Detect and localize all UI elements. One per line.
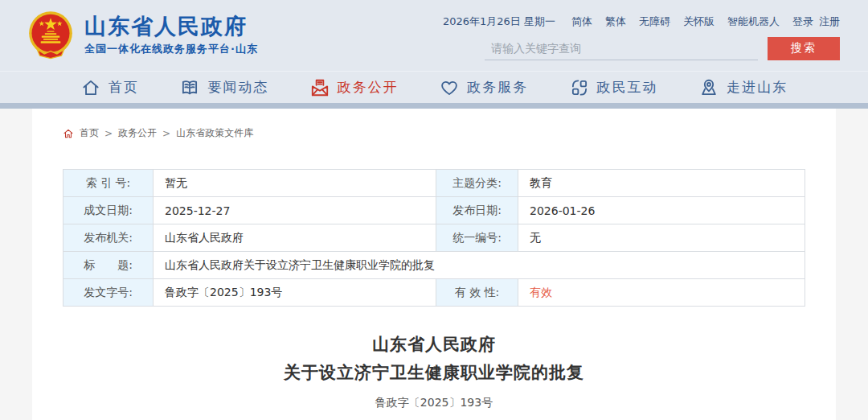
nav-item-label: 首页 [108,78,139,97]
meta-value-topic-category: 教育 [518,170,805,197]
home-icon [80,77,101,98]
nav-item-public-interaction[interactable]: 政民互动 [569,77,658,98]
breadcrumb-item-disclosure[interactable]: 政务公开 [118,126,157,140]
content-card: 首页 > 政务公开 > 山东省政策文件库 索 引 号: 暂无 主题分类: 教育 … [32,109,836,420]
meta-label-index-number: 索 引 号: [63,170,154,197]
table-row: 标 题: 山东省人民政府关于设立济宁卫生健康职业学院的批复 [63,252,805,279]
search-bar: 搜索 [485,37,840,60]
meta-label-written-date: 成文日期: [63,197,154,224]
link-care-version[interactable]: 关怀版 [683,14,714,29]
main-nav: 首页 要闻动态 政务公开 政务服务 [0,71,868,103]
nav-item-news[interactable]: 要闻动态 [179,77,268,98]
document-title-line2: 关于设立济宁卫生健康职业学院的批复 [63,359,805,387]
nav-item-label: 政务公开 [338,78,399,97]
table-row: 成文日期: 2025-12-27 发布日期: 2026-01-26 [63,197,805,224]
heart-icon [439,77,460,98]
search-input[interactable] [485,37,758,60]
link-login[interactable]: 登录 [792,14,813,29]
envelope-icon [309,77,330,98]
site-subtitle: 全国一体化在线政务服务平台·山东 [84,42,258,56]
nav-item-about-shandong[interactable]: 走进山东 [698,77,788,98]
nav-bottom-strip [0,103,868,109]
link-traditional[interactable]: 繁体 [605,14,626,29]
meta-value-title: 山东省人民政府关于设立济宁卫生健康职业学院的批复 [154,252,805,279]
breadcrumb-home-icon [63,128,74,139]
meta-label-publish-date: 发布日期: [436,197,518,224]
search-button[interactable]: 搜索 [768,37,840,60]
nav-item-label: 走进山东 [727,78,788,97]
meta-value-issuing-agency: 山东省人民政府 [154,224,436,252]
breadcrumb-item-policy-library[interactable]: 山东省政策文件库 [176,126,253,140]
link-register[interactable]: 注册 [819,14,840,29]
table-row: 发文字号: 鲁政字〔2025〕193号 有 效 性: 有效 [63,279,805,307]
document-meta-table: 索 引 号: 暂无 主题分类: 教育 成文日期: 2025-12-27 发布日期… [63,169,805,307]
national-emblem-logo [28,10,73,60]
document-header: 山东省人民政府 关于设立济宁卫生健康职业学院的批复 鲁政字〔2025〕193号 [63,331,805,410]
nav-item-label: 政民互动 [597,78,658,97]
meta-label-validity: 有 效 性: [436,279,518,307]
meta-value-validity: 有效 [518,279,805,307]
meta-label-document-number: 发文字号: [63,279,154,307]
meta-label-unified-number: 统一编号: [436,224,518,252]
breadcrumb-separator: > [104,128,113,139]
document-title-line1: 山东省人民政府 [63,331,805,359]
topbar: 2026年1月26日 星期一 简体 繁体 无障碍 关怀版 智能机器人 登录 注册 [443,14,840,29]
meta-label-issuing-agency: 发布机关: [63,224,154,252]
link-smart-robot[interactable]: 智能机器人 [727,14,780,29]
meta-value-publish-date: 2026-01-26 [518,197,805,224]
link-simplified[interactable]: 简体 [571,14,592,29]
map-pin-icon [698,77,719,98]
document-number: 鲁政字〔2025〕193号 [63,396,805,410]
brand[interactable]: 山东省人民政府 全国一体化在线政务服务平台·山东 [28,10,258,60]
table-row: 索 引 号: 暂无 主题分类: 教育 [63,170,805,197]
nav-item-gov-services[interactable]: 政务服务 [439,77,528,98]
nav-item-label: 政务服务 [467,78,528,97]
breadcrumb-item-home[interactable]: 首页 [80,126,99,140]
nav-item-label: 要闻动态 [207,78,268,97]
site-header: 山东省人民政府 全国一体化在线政务服务平台·山东 2026年1月26日 星期一 … [0,0,868,71]
page-body: 首页 > 政务公开 > 山东省政策文件库 索 引 号: 暂无 主题分类: 教育 … [0,109,868,420]
meta-value-unified-number: 无 [518,224,805,252]
link-accessibility[interactable]: 无障碍 [639,14,670,29]
meta-value-index-number: 暂无 [154,170,436,197]
meta-value-written-date: 2025-12-27 [154,197,436,224]
interaction-icon [569,77,590,98]
page: 山东省人民政府 全国一体化在线政务服务平台·山东 2026年1月26日 星期一 … [0,0,868,420]
book-icon [179,77,200,98]
site-title: 山东省人民政府 [84,14,258,39]
nav-item-home[interactable]: 首页 [80,77,139,98]
meta-label-title: 标 题: [63,252,154,279]
nav-item-gov-disclosure[interactable]: 政务公开 [309,77,399,98]
meta-label-topic-category: 主题分类: [436,170,518,197]
table-row: 发布机关: 山东省人民政府 统一编号: 无 [63,224,805,252]
breadcrumb: 首页 > 政务公开 > 山东省政策文件库 [63,126,805,140]
current-date: 2026年1月26日 星期一 [443,14,555,29]
meta-value-document-number: 鲁政字〔2025〕193号 [154,279,436,307]
breadcrumb-separator: > [162,128,170,139]
